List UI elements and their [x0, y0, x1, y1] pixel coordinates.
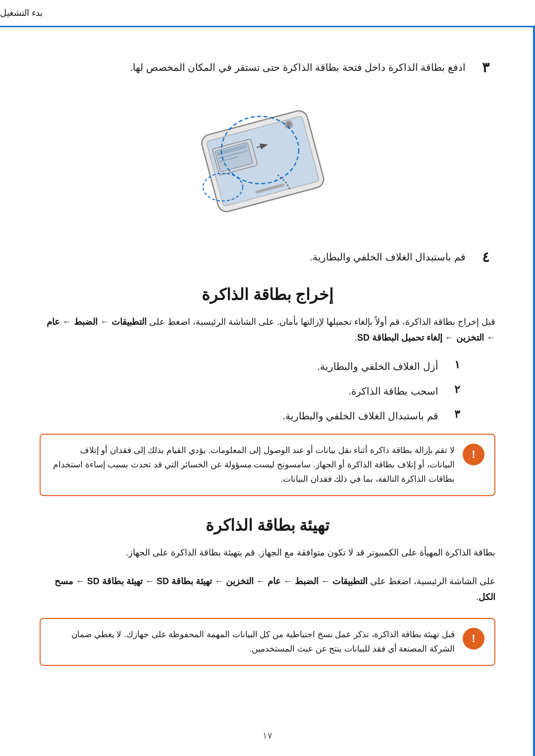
- header-bar: بدء التشغيل: [0, 0, 535, 27]
- section2-bold2: الضبط: [295, 576, 319, 586]
- sub-step-1-2: ٢ اسحب بطاقة الذاكرة.: [40, 383, 495, 399]
- right-border-decoration: [533, 27, 535, 756]
- section1-intro: قبل إخراج بطاقة الذاكرة، قم أولاً بإلغاء…: [40, 314, 495, 346]
- section1-bold4: التخزين: [456, 333, 484, 343]
- section2-bold1: التطبيقات: [332, 576, 368, 586]
- device-svg: [163, 91, 372, 229]
- sub-step-1-1-number: ١: [448, 358, 466, 371]
- section1-bold1: التطبيقات: [111, 317, 147, 327]
- section2-warning-box: ! قبل تهيئة بطاقة الذاكرة، تذكر عمل نسخ …: [40, 618, 495, 666]
- sub-step-1-3: ٣ قم باستبدال الغلاف الخلفي والبطارية.: [40, 408, 495, 424]
- section2-bold3: عام: [268, 576, 281, 586]
- main-step-4: ٤ قم باستبدال الغلاف الخلفي والبطارية.: [40, 249, 495, 265]
- section1-bold3: عام: [47, 317, 60, 327]
- step-4-number: ٤: [476, 249, 495, 265]
- sub-step-1-2-text: اسحب بطاقة الذاكرة.: [40, 383, 438, 399]
- section1-bold5: إلغاء تحميل البطاقة SD: [357, 333, 442, 343]
- section2-intro-2: على الشاشة الرئيسية، اضغط على التطبيقات …: [40, 573, 495, 605]
- section2-bold5: تهيئة بطاقة SD: [157, 576, 212, 586]
- sub-step-1-1: ١ أزل الغلاف الخلفي والبطارية.: [40, 358, 495, 374]
- section1-warning-text: لا تقم بإزالة بطاقة ذاكرة أثناء نقل بيان…: [51, 444, 455, 487]
- step-3-text: ادفع بطاقة الذاكرة داخل فتحة بطاقة الذاك…: [40, 59, 466, 75]
- page-container: بدء التشغيل ٣ ادفع بطاقة الذاكرة داخل فت…: [0, 0, 535, 756]
- step-4-text: قم باستبدال الغلاف الخلفي والبطارية.: [40, 249, 466, 265]
- sub-step-1-3-text: قم باستبدال الغلاف الخلفي والبطارية.: [40, 408, 438, 424]
- section2-bold4: التخزين: [226, 576, 254, 586]
- step-3-number: ٣: [476, 59, 495, 76]
- sub-step-1-1-text: أزل الغلاف الخلفي والبطارية.: [40, 358, 438, 374]
- section2-warning-text: قبل تهيئة بطاقة الذاكرة، تذكر عمل نسخ اح…: [51, 628, 455, 656]
- main-step-3: ٣ ادفع بطاقة الذاكرة داخل فتحة بطاقة الذ…: [40, 59, 495, 76]
- section1-warning-icon: !: [463, 444, 484, 465]
- page-number: ١٧: [263, 730, 272, 741]
- section1-warning-box: ! لا تقم بإزالة بطاقة ذاكرة أثناء نقل بي…: [40, 434, 495, 497]
- device-illustration: [40, 91, 495, 229]
- sub-step-1-3-number: ٣: [448, 408, 466, 421]
- header-title: بدء التشغيل: [0, 7, 43, 18]
- section2-title: تهيئة بطاقة الذاكرة: [40, 516, 495, 535]
- sub-step-1-2-number: ٢: [448, 383, 466, 396]
- main-content: ٣ ادفع بطاقة الذاكرة داخل فتحة بطاقة الذ…: [40, 59, 495, 666]
- section1-bold2: الضبط: [74, 317, 98, 327]
- section2-bold6: تهيئة بطاقة SD: [87, 576, 143, 586]
- section2-intro-1: بطاقة الذاكرة المهيأة على الكمبيوتر قد ل…: [40, 545, 495, 560]
- section1-title: إخراج بطاقة الذاكرة: [40, 285, 495, 304]
- section2-warning-icon: !: [463, 628, 484, 650]
